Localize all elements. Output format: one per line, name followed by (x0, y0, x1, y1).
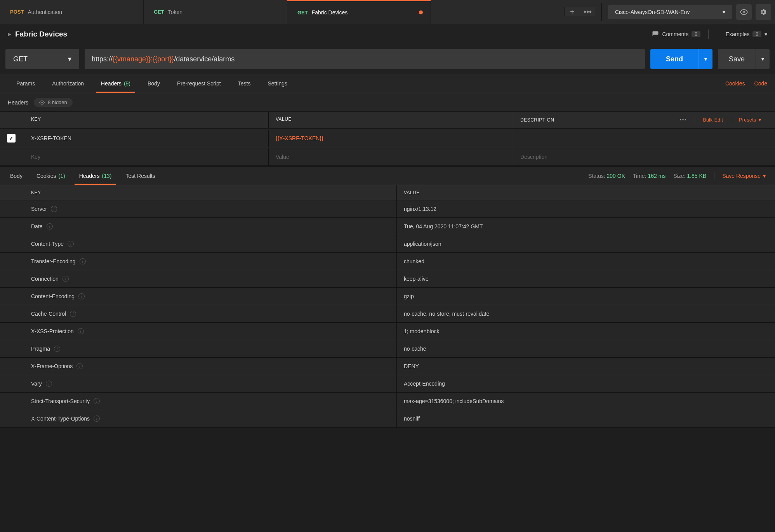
response-header-key: X-XSS-Protection (31, 328, 74, 334)
header-description[interactable] (513, 133, 775, 144)
response-header-row: X-Frame-OptionsiDENY (0, 358, 775, 375)
description-input[interactable]: Description (513, 148, 775, 165)
request-tabs: POSTAuthenticationGETTokenGETFabric Devi… (0, 0, 564, 24)
response-header-value: max-age=31536000; includeSubDomains (397, 393, 775, 410)
response-header-row: Strict-Transport-Securityimax-age=315360… (0, 393, 775, 410)
resp-tab-tests[interactable]: Test Results (118, 167, 162, 185)
tab-label: Token (168, 9, 182, 15)
response-header-value: nosniff (397, 410, 775, 427)
header-key[interactable]: X-XSRF-TOKEN (24, 130, 269, 147)
chevron-down-icon: ▾ (765, 31, 767, 37)
resp-tab-headers[interactable]: Headers(13) (72, 167, 119, 185)
info-icon[interactable]: i (51, 206, 57, 212)
response-header-row: Cache-Controlino-cache, no-store, must-r… (0, 305, 775, 323)
chevron-down-icon: ▾ (68, 55, 71, 63)
column-key: KEY (24, 112, 269, 128)
resp-tab-cookies[interactable]: Cookies(1) (30, 167, 72, 185)
tab-pre-request-script[interactable]: Pre-request Script (169, 74, 229, 93)
chevron-down-icon: ▾ (763, 173, 766, 179)
more-tabs-button[interactable]: ••• (580, 7, 595, 16)
response-header-value: Accept-Encoding (397, 375, 775, 392)
response-header-row: X-XSS-Protectioni1; mode=block (0, 323, 775, 340)
request-title: Fabric Devices (15, 30, 643, 38)
key-input[interactable]: Key (24, 148, 269, 165)
svg-point-1 (41, 102, 43, 103)
resp-tab-body[interactable]: Body (3, 167, 30, 185)
info-icon[interactable]: i (78, 328, 84, 334)
save-button[interactable]: Save (718, 49, 756, 69)
cookies-link[interactable]: Cookies (725, 80, 745, 87)
hidden-headers-toggle[interactable]: 8 hidden (34, 98, 73, 107)
info-icon[interactable]: i (94, 416, 100, 422)
value-input[interactable]: Value (269, 148, 513, 165)
response-header-value: 1; mode=block (397, 323, 775, 340)
response-header-key: Vary (31, 381, 42, 387)
code-link[interactable]: Code (754, 80, 767, 87)
environment-label: Cisco-AlwaysOn-SD-WAN-Env (615, 9, 690, 15)
presets-dropdown[interactable]: Presets ▾ (739, 117, 761, 123)
response-header-key: Transfer-Encoding (31, 258, 76, 264)
eye-icon[interactable] (736, 4, 752, 20)
response-header-value: no-cache, no-store, must-revalidate (397, 305, 775, 322)
tab-settings[interactable]: Settings (259, 74, 296, 93)
save-response-button[interactable]: Save Response ▾ (722, 173, 766, 179)
info-icon[interactable]: i (80, 258, 86, 264)
response-header-value: application/json (397, 235, 775, 252)
response-header-row: Transfer-Encodingichunked (0, 253, 775, 270)
new-tab-button[interactable]: + (564, 7, 580, 16)
method-select[interactable]: GET ▾ (5, 49, 79, 69)
tab-authorization[interactable]: Authorization (43, 74, 92, 93)
request-tab[interactable]: GETFabric Devices (287, 0, 431, 24)
send-button[interactable]: Send (650, 49, 699, 69)
url-input[interactable]: https://{{vmanage}}:{{port}}/dataservice… (85, 49, 645, 69)
header-row: ✓X-XSRF-TOKEN{{X-XSRF-TOKEN}} (0, 129, 775, 148)
more-columns-button[interactable]: ••• (680, 117, 687, 123)
info-icon[interactable]: i (76, 363, 83, 369)
response-header-value: no-cache (397, 340, 775, 357)
environment-select[interactable]: Cisco-AlwaysOn-SD-WAN-Env ▾ (608, 5, 732, 19)
info-icon[interactable]: i (70, 311, 76, 317)
request-tab[interactable]: GETToken (144, 0, 287, 24)
caret-right-icon[interactable]: ▶ (8, 31, 11, 37)
comments-button[interactable]: Comments 0 (652, 31, 700, 38)
examples-dropdown[interactable]: Examples 0 ▾ (726, 31, 767, 37)
bulk-edit-button[interactable]: Bulk Edit (703, 117, 723, 123)
response-header-value: keep-alive (397, 270, 775, 287)
tab-body[interactable]: Body (139, 74, 169, 93)
response-header-row: Content-Encodingigzip (0, 288, 775, 305)
tab-params[interactable]: Params (8, 74, 43, 93)
info-icon[interactable]: i (78, 293, 85, 299)
svg-point-0 (743, 11, 745, 13)
status-value: 200 OK (607, 173, 625, 179)
tab-tests[interactable]: Tests (229, 74, 259, 93)
info-icon[interactable]: i (68, 241, 74, 247)
chevron-down-icon: ▾ (759, 117, 761, 123)
header-checkbox[interactable]: ✓ (7, 134, 16, 143)
request-tab[interactable]: POSTAuthentication (0, 0, 144, 24)
gear-icon[interactable] (756, 4, 771, 20)
response-header-row: Serveringinx/1.13.12 (0, 200, 775, 218)
send-dropdown[interactable]: ▾ (699, 49, 712, 69)
info-icon[interactable]: i (94, 398, 100, 404)
comment-icon (652, 31, 659, 38)
header-value[interactable]: {{X-XSRF-TOKEN}} (269, 130, 513, 147)
info-icon[interactable]: i (47, 223, 53, 229)
response-header-row: Connectionikeep-alive (0, 270, 775, 288)
save-dropdown[interactable]: ▾ (756, 49, 770, 69)
response-header-key: Content-Encoding (31, 293, 75, 299)
response-header-key: Pragma (31, 346, 50, 352)
tab-headers[interactable]: Headers(9) (92, 74, 139, 93)
response-header-row: DateiTue, 04 Aug 2020 11:07:42 GMT (0, 218, 775, 235)
info-icon[interactable]: i (63, 276, 69, 282)
headers-section-title: Headers (8, 99, 28, 106)
info-icon[interactable]: i (46, 381, 52, 387)
comments-count: 0 (692, 31, 700, 37)
response-header-value: nginx/1.13.12 (397, 200, 775, 217)
response-header-key: X-Frame-Options (31, 363, 73, 369)
info-icon[interactable]: i (54, 346, 60, 352)
response-header-value: DENY (397, 358, 775, 375)
response-header-key: Strict-Transport-Security (31, 398, 90, 404)
method-badge: POST (10, 9, 24, 15)
method-badge: GET (154, 9, 164, 15)
size-value: 1.85 KB (687, 173, 706, 179)
